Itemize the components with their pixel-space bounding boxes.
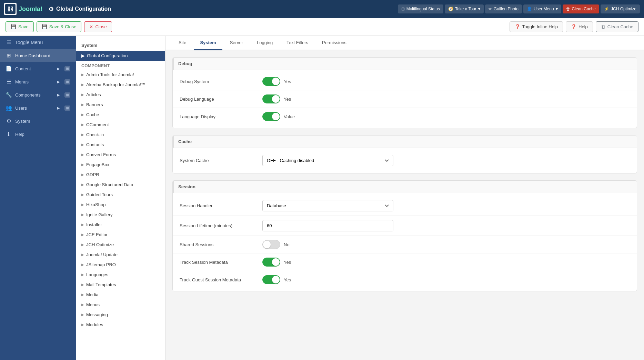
track-session-metadata-toggle[interactable] xyxy=(262,258,280,267)
clean-cache-toolbar-button[interactable]: 🗑 Clean Cache xyxy=(596,21,638,32)
content-arrow-icon: ▶ xyxy=(57,67,60,71)
chevron-icon: ▶ xyxy=(81,283,84,287)
session-handler-select[interactable]: Database Filesystem APCu Memcached Redis xyxy=(262,200,393,211)
toggle-knob xyxy=(263,241,271,248)
left-nav-gdpr[interactable]: ▶ GDPR xyxy=(76,170,165,180)
sidebar-item-help[interactable]: ℹ Help xyxy=(0,128,76,141)
left-nav-menus[interactable]: ▶ Menus xyxy=(76,300,165,310)
sidebar-item-content[interactable]: 📄 Content ▶ ⊞ xyxy=(0,62,76,75)
sidebar-item-toggle-menu[interactable]: ☰ Toggle Menu xyxy=(0,36,76,49)
active-chevron-icon: ▶ xyxy=(81,53,85,58)
left-nav-mail-templates[interactable]: ▶ Mail Templates xyxy=(76,280,165,290)
tab-text-filters[interactable]: Text Filters xyxy=(280,36,314,50)
chevron-icon: ▶ xyxy=(81,73,84,77)
tab-permissions[interactable]: Permissions xyxy=(316,36,353,50)
content-icon: 📄 xyxy=(6,66,12,72)
left-nav-convert-forms[interactable]: ▶ Convert Forms xyxy=(76,150,165,160)
chevron-icon: ▶ xyxy=(81,193,84,197)
help-button[interactable]: ❓ Help xyxy=(566,21,593,32)
save-close-button[interactable]: 💾 Save & Close xyxy=(37,21,82,32)
save-button[interactable]: 💾 Save xyxy=(6,21,34,32)
toggle-menu-icon: ☰ xyxy=(6,39,12,46)
debug-language-control: Yes xyxy=(262,94,630,103)
sidebar-item-users[interactable]: 👥 Users ▶ ⊞ xyxy=(0,101,76,114)
toggle-inline-help-button[interactable]: ❓ Toggle Inline Help xyxy=(510,21,563,32)
system-cache-control: OFF - Caching disabled ON - Conservative… xyxy=(262,155,630,166)
left-nav-akeeba-backup[interactable]: ▶ Akeeba Backup for Joomla!™ xyxy=(76,80,165,90)
left-nav-global-configuration[interactable]: ▶ Global Configuration xyxy=(76,51,165,61)
left-nav-installer[interactable]: ▶ Installer xyxy=(76,220,165,230)
sidebar-item-system[interactable]: ⚙ System xyxy=(0,114,76,128)
cache-section-title: Cache xyxy=(173,136,637,148)
left-nav-jsitemap-pro[interactable]: ▶ JSitemap PRO xyxy=(76,260,165,270)
chevron-icon: ▶ xyxy=(81,203,84,207)
session-section-title: Session xyxy=(173,181,637,193)
language-display-toggle[interactable] xyxy=(262,112,280,121)
menus-icon: ☰ xyxy=(6,79,12,85)
chevron-icon: ▶ xyxy=(81,143,84,147)
left-nav-modules[interactable]: ▶ Modules xyxy=(76,320,165,330)
toggle-knob xyxy=(272,258,280,266)
left-nav-ccomment[interactable]: ▶ CComment xyxy=(76,120,165,130)
left-nav-google-structured-data[interactable]: ▶ Google Structured Data xyxy=(76,180,165,190)
left-nav-engagebox[interactable]: ▶ EngageBox xyxy=(76,160,165,170)
chevron-icon: ▶ xyxy=(81,263,84,267)
close-button[interactable]: ✕ Close xyxy=(84,21,112,32)
question-icon: ❓ xyxy=(571,24,576,29)
tab-system[interactable]: System xyxy=(194,36,222,50)
tab-site[interactable]: Site xyxy=(172,36,192,50)
left-nav-hikashop[interactable]: ▶ HikaShop xyxy=(76,200,165,210)
chevron-icon: ▶ xyxy=(81,223,84,227)
user-menu-arrow-icon: ▾ xyxy=(556,7,558,11)
shared-sessions-toggle[interactable] xyxy=(262,240,280,249)
main-panel: Site System Server Logging Text Filters … xyxy=(165,36,644,360)
track-guest-session-metadata-value: Yes xyxy=(284,277,291,282)
left-nav-joomla-update[interactable]: ▶ Joomla! Update xyxy=(76,250,165,260)
tab-bar: Site System Server Logging Text Filters … xyxy=(165,36,644,50)
brand[interactable]: Joomla! xyxy=(4,3,42,15)
session-lifetime-input[interactable] xyxy=(262,220,393,231)
shared-sessions-value: No xyxy=(284,242,290,247)
track-session-metadata-label: Track Session Metadata xyxy=(180,260,255,265)
guillen-photo-button[interactable]: ✏ Guillen Photo xyxy=(485,4,522,13)
user-menu-button[interactable]: 👤 User Menu ▾ xyxy=(523,4,561,13)
jch-optimize-nav-button[interactable]: ⚡ JCH Optimize xyxy=(601,4,640,13)
sidebar-item-menus[interactable]: ☰ Menus ▶ ⊞ xyxy=(0,75,76,88)
chevron-icon: ▶ xyxy=(81,233,84,237)
chevron-icon: ▶ xyxy=(81,293,84,297)
left-nav-jce-editor[interactable]: ▶ JCE Editor xyxy=(76,230,165,240)
top-navbar: Joomla! ⚙ Global Configuration ⊞ Multili… xyxy=(0,0,644,18)
system-cache-label: System Cache xyxy=(180,158,255,163)
left-nav-check-in[interactable]: ▶ Check-in xyxy=(76,130,165,140)
left-nav-banners[interactable]: ▶ Banners xyxy=(76,100,165,110)
chevron-icon: ▶ xyxy=(81,103,84,107)
left-nav-jch-optimize[interactable]: ▶ JCH Optimize xyxy=(76,240,165,250)
debug-language-row: Debug Language Yes xyxy=(173,90,637,108)
clean-cache-nav-button[interactable]: 🗑 Clean Cache xyxy=(563,4,599,13)
session-lifetime-label: Session Lifetime (minutes) xyxy=(180,223,255,228)
left-nav-media[interactable]: ▶ Media xyxy=(76,290,165,300)
debug-language-toggle[interactable] xyxy=(262,94,280,103)
track-guest-session-metadata-toggle[interactable] xyxy=(262,275,280,284)
left-nav-ignite-gallery[interactable]: ▶ Ignite Gallery xyxy=(76,210,165,220)
chevron-icon: ▶ xyxy=(81,273,84,277)
tab-server[interactable]: Server xyxy=(224,36,249,50)
user-icon: 👤 xyxy=(527,7,532,11)
toggle-knob xyxy=(272,113,280,120)
left-nav-cache[interactable]: ▶ Cache xyxy=(76,110,165,120)
debug-section: Debug Debug System Yes xyxy=(172,57,637,128)
multilingual-status-button[interactable]: ⊞ Multilingual Status xyxy=(398,4,443,13)
debug-system-toggle[interactable] xyxy=(262,77,280,86)
session-handler-label: Session Handler xyxy=(180,203,255,208)
system-cache-select[interactable]: OFF - Caching disabled ON - Conservative… xyxy=(262,155,393,166)
take-a-tour-button[interactable]: 🧭 Take a Tour ▾ xyxy=(445,4,484,13)
sidebar-item-home-dashboard[interactable]: ⊞ Home Dashboard xyxy=(0,49,76,62)
left-nav-articles[interactable]: ▶ Articles xyxy=(76,90,165,100)
left-nav-contacts[interactable]: ▶ Contacts xyxy=(76,140,165,150)
tab-logging[interactable]: Logging xyxy=(251,36,279,50)
left-nav-guided-tours[interactable]: ▶ Guided Tours xyxy=(76,190,165,200)
left-nav-admin-tools[interactable]: ▶ Admin Tools for Joomla! xyxy=(76,70,165,80)
left-nav-messaging[interactable]: ▶ Messaging xyxy=(76,310,165,320)
sidebar-item-components[interactable]: 🔧 Components ▶ ⊞ xyxy=(0,88,76,101)
left-nav-languages[interactable]: ▶ Languages xyxy=(76,270,165,280)
